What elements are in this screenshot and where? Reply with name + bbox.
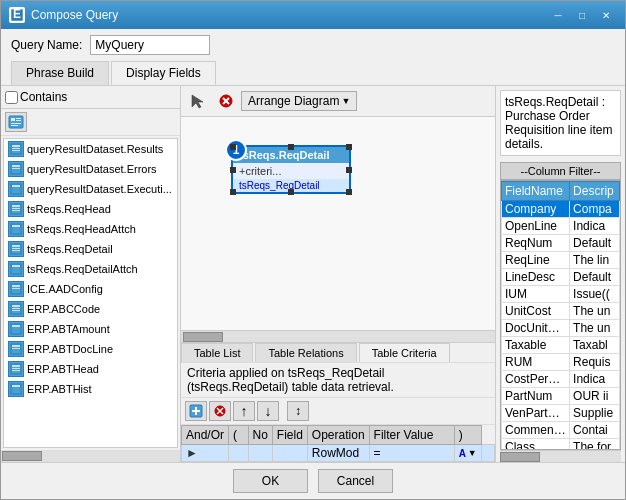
add-criteria-button[interactable] [185,401,207,421]
description-box: tsReqs.ReqDetail : Purchase Order Requis… [500,90,621,156]
tree-item-reqdetailattch[interactable]: tsReqs.ReqDetailAttch [4,259,177,279]
arrange-dropdown-icon: ▼ [341,96,350,106]
resize-handle-tr[interactable] [346,144,352,150]
resize-handle-bl[interactable] [230,189,236,195]
svg-rect-14 [12,168,20,169]
tree-item-label: tsReqs.ReqHeadAttch [27,223,136,235]
and-or-cell[interactable] [229,445,248,462]
tab-display-fields[interactable]: Display Fields [111,61,216,85]
tree-item-abthist[interactable]: ERP.ABTHist [4,379,177,399]
tree-item-abtamount[interactable]: ERP.ABTAmount [4,319,177,339]
sort-button[interactable]: ↕ [287,401,309,421]
maximize-button[interactable]: □ [571,6,593,24]
tree-item-label: ERP.ABTHead [27,363,99,375]
close-paren-cell[interactable] [481,445,494,462]
svg-rect-4 [16,118,21,119]
tree-item-tsreqs-reqhead[interactable]: tsReqs.ReqHead [4,199,177,219]
tree-item-aadconfig[interactable]: ICE.AADConfig [4,279,177,299]
node-number: 1 [225,139,247,161]
close-button[interactable]: ✕ [595,6,617,24]
tab-phrase-build[interactable]: Phrase Build [11,61,109,85]
tree-item-abtdocline[interactable]: ERP.ABTDocLine [4,339,177,359]
col-table-row[interactable]: CostPerCodeIndica [502,371,620,388]
resize-handle-tm[interactable] [288,144,294,150]
col-table-row[interactable]: ClassThe for [502,439,620,451]
column-filter-header: --Column Filter-- [500,162,621,180]
tree-item-icon [8,161,24,177]
svg-text:E: E [13,8,21,21]
col-desc-cell: The lin [570,252,620,269]
left-panel-scrollbar[interactable] [1,450,180,462]
bottom-section: Table List Table Relations Table Criteri… [181,342,495,462]
query-name-input[interactable] [90,35,210,55]
tab-table-list[interactable]: Table List [181,343,253,362]
main-content: Contains [1,86,625,462]
tree-item-query-errors[interactable]: queryResultDataset.Errors [4,159,177,179]
col-table-row[interactable]: CommentTextContai [502,422,620,439]
col-table-row[interactable]: OpenLineIndica [502,218,620,235]
col-table-row[interactable]: CompanyCompa [502,201,620,218]
svg-rect-44 [12,370,20,371]
col-table-row[interactable]: IUMIssue(( [502,286,620,303]
contains-checkbox[interactable] [5,91,18,104]
criteria-toolbar: ↑ ↓ ↕ [181,398,495,425]
resize-handle-ml[interactable] [230,167,236,173]
col-table-row[interactable]: RUMRequis [502,354,620,371]
tree-item-reqheadattch[interactable]: tsReqs.ReqHeadAttch [4,219,177,239]
tree-item-abccode[interactable]: ERP.ABCCode [4,299,177,319]
tree-item-abthead[interactable]: ERP.ABTHead [4,359,177,379]
resize-handle-bm[interactable] [288,189,294,195]
col-table-row[interactable]: LineDescDefault [502,269,620,286]
arrange-diagram-button[interactable]: Arrange Diagram ▼ [241,91,357,111]
tree-item-query-results[interactable]: queryResultDataset.Results [4,139,177,159]
delete-table-button[interactable] [213,89,239,113]
right-scrollbar-thumb [500,452,540,462]
column-filter-table[interactable]: FieldName Descrip CompanyCompaOpenLineIn… [500,180,621,450]
resize-handle-br[interactable] [346,189,352,195]
tree-item-icon [8,301,24,317]
diagram-hscrollbar[interactable] [181,330,495,342]
svg-rect-7 [11,125,18,126]
field-cell[interactable]: RowMod [307,445,369,462]
tree-item-label: ERP.ABTDocLine [27,343,113,355]
tree-item-query-executi[interactable]: queryResultDataset.Executi... [4,179,177,199]
col-table-row[interactable]: TaxableTaxabl [502,337,620,354]
filter-value-cell[interactable]: A constant ▼ [454,445,481,462]
right-panel: tsReqs.ReqDetail : Purchase Order Requis… [495,86,625,462]
table-tree-list[interactable]: queryResultDataset.Results queryResultDa… [3,138,178,448]
no-cell[interactable] [272,445,307,462]
svg-rect-37 [12,325,20,327]
col-table-row[interactable]: VenPartNumSupplie [502,405,620,422]
tree-item-reqdetail[interactable]: tsReqs.ReqDetail [4,239,177,259]
move-up-button[interactable]: ↑ [233,401,255,421]
table-add-icon[interactable] [5,112,27,132]
resize-handle-tl[interactable] [230,144,236,150]
cursor-tool-button[interactable] [185,89,211,113]
col-table-row[interactable]: PartNumOUR ii [502,388,620,405]
col-table-row[interactable]: UnitCostThe un [502,303,620,320]
col-table-row[interactable]: ReqNumDefault [502,235,620,252]
col-table-row[interactable]: DocUnitCostThe un [502,320,620,337]
operation-value: = [374,446,381,460]
svg-marker-47 [192,95,203,108]
resize-handle-mr[interactable] [346,167,352,173]
criteria-row[interactable]: ► RowMod = [182,445,495,462]
tree-item-label: queryResultDataset.Errors [27,163,157,175]
move-down-button[interactable]: ↓ [257,401,279,421]
tab-table-criteria[interactable]: Table Criteria [359,343,450,362]
col-field-cell: OpenLine [502,218,570,235]
tab-table-relations[interactable]: Table Relations [255,343,356,362]
table-node-reqdetail[interactable]: 1 tsReqs.ReqDetail +criteri... tsReqs_Re… [231,145,351,194]
ok-button[interactable]: OK [233,469,308,493]
open-paren-cell[interactable] [248,445,272,462]
diagram-area[interactable]: 1 tsReqs.ReqDetail +criteri... tsReqs_Re… [181,117,495,342]
svg-rect-11 [12,150,20,151]
minimize-button[interactable]: ─ [547,6,569,24]
operation-cell[interactable]: = [369,445,454,462]
cancel-button[interactable]: Cancel [318,469,393,493]
criteria-table-container: And/Or ( No Field Operation Filter Value… [181,425,495,462]
criteria-info-bar: Criteria applied on tsReqs_ReqDetail (ts… [181,362,495,398]
col-table-row[interactable]: ReqLineThe lin [502,252,620,269]
right-panel-scrollbar[interactable] [500,450,621,462]
delete-criteria-button[interactable] [209,401,231,421]
